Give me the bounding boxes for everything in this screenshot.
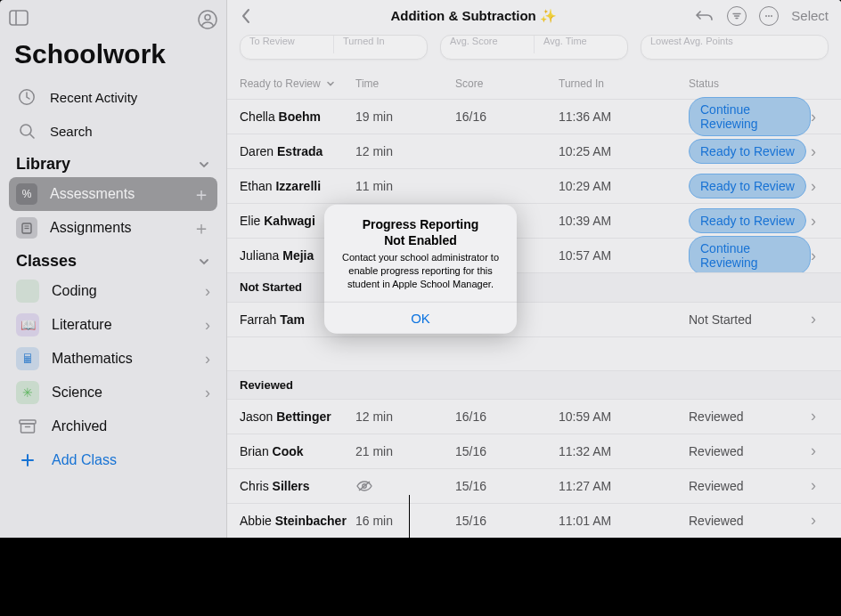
label: Classes: [16, 252, 77, 271]
label: Coding: [52, 283, 97, 299]
chevron-right-icon: ›: [205, 316, 210, 335]
assessments-icon: %: [16, 183, 37, 205]
label: Ready to Review: [240, 77, 321, 90]
table-header: Ready to Review Time Score Turned In Sta…: [227, 72, 841, 99]
column-status[interactable]: Status: [689, 77, 811, 90]
column-ready[interactable]: Ready to Review: [240, 77, 355, 90]
class-icon: 🖩: [16, 347, 39, 370]
page-title: Addition & Subtraction ✨: [265, 8, 682, 24]
library-item-assessments[interactable]: % Assessments ＋: [9, 177, 217, 211]
status-pill[interactable]: Ready to Review: [689, 174, 806, 199]
status-text: Reviewed: [689, 409, 811, 424]
undo-button[interactable]: [695, 8, 714, 24]
turned-in-value: 10:39 AM: [559, 214, 689, 228]
callout-line: [409, 495, 410, 593]
plus-icon: [16, 449, 39, 472]
student-row[interactable]: Abbie Steinbacher16 min15/1611:01 AMRevi…: [227, 503, 841, 538]
status-pill[interactable]: Ready to Review: [689, 208, 806, 233]
student-row[interactable]: Juliana Mejia10:57 AMContinue Reviewing›: [227, 238, 841, 272]
class-icon: [16, 280, 39, 303]
student-row[interactable]: Ethan Izzarelli11 min10:29 AMReady to Re…: [227, 168, 841, 203]
sidebar-item-class[interactable]: 🖩Mathematics›: [9, 342, 217, 376]
column-time[interactable]: Time: [355, 77, 455, 90]
sidebar-item-class[interactable]: 📖Literature›: [9, 308, 217, 342]
chevron-right-icon: ›: [811, 212, 829, 231]
sidebar-item-add-class[interactable]: Add Class: [9, 443, 217, 477]
account-icon[interactable]: [198, 10, 217, 29]
time-value: 21 min: [355, 444, 455, 458]
label: Add Class: [52, 452, 117, 468]
chevron-right-icon: ›: [811, 142, 829, 161]
clock-icon: [16, 88, 37, 106]
turned-in-value: 11:36 AM: [559, 109, 689, 124]
label: Science: [52, 385, 102, 401]
svg-point-5: [20, 125, 31, 135]
column-score[interactable]: Score: [455, 77, 559, 90]
alert-dialog: Progress ReportingNot Enabled Contact yo…: [324, 205, 517, 334]
label: Library: [16, 155, 70, 174]
student-row[interactable]: Farrah TamNot Started›: [227, 302, 841, 336]
label: Mathematics: [52, 351, 133, 367]
chevron-down-icon: [198, 255, 210, 268]
filter-button[interactable]: [727, 6, 747, 26]
sidebar-toggle-icon[interactable]: [9, 10, 29, 29]
section-classes[interactable]: Classes: [9, 245, 217, 274]
chevron-right-icon: ›: [811, 108, 829, 126]
class-icon: ✳: [16, 381, 39, 404]
svg-line-6: [30, 134, 34, 138]
score-value: 15/16: [455, 514, 559, 528]
section-reviewed: Reviewed: [227, 370, 841, 399]
svg-point-3: [205, 15, 210, 20]
sidebar-item-search[interactable]: Search: [9, 114, 217, 148]
column-turned-in[interactable]: Turned In: [559, 77, 689, 90]
sidebar-item-class[interactable]: ✳Science›: [9, 376, 217, 409]
score-value: 15/16: [455, 444, 559, 458]
student-row[interactable]: Chris Sillers15/1611:27 AMReviewed›: [227, 468, 841, 503]
class-icon: 📖: [16, 313, 39, 336]
label: Assessments: [50, 186, 135, 202]
add-icon[interactable]: ＋: [192, 182, 210, 207]
chevron-right-icon: ›: [811, 407, 829, 426]
summary-cards: To Review Turned In Avg. Score Avg. Time…: [227, 31, 841, 72]
svg-point-18: [765, 15, 767, 17]
turned-in-value: 11:01 AM: [559, 514, 689, 528]
time-value: 16 min: [355, 514, 455, 528]
student-row[interactable]: Jason Bettinger12 min16/1610:59 AMReview…: [227, 399, 841, 434]
chevron-right-icon: ›: [811, 247, 829, 265]
select-button[interactable]: Select: [791, 8, 829, 23]
score-value: 16/16: [455, 109, 559, 124]
dialog-ok-button[interactable]: OK: [324, 301, 517, 333]
section-library[interactable]: Library: [9, 148, 217, 177]
score-value: 16/16: [455, 409, 559, 424]
sidebar-item-recent[interactable]: Recent Activity: [9, 80, 217, 114]
more-button[interactable]: [759, 6, 779, 26]
toolbar: Addition & Subtraction ✨ Select: [227, 0, 841, 31]
student-row[interactable]: Chella Boehm19 min16/1611:36 AMContinue …: [227, 99, 841, 134]
status-pill[interactable]: Continue Reviewing: [689, 97, 811, 136]
status-pill[interactable]: Ready to Review: [689, 139, 806, 164]
library-item-assignments[interactable]: Assignments ＋: [9, 211, 217, 245]
sidebar-item-class[interactable]: Coding›: [9, 274, 217, 308]
back-button[interactable]: [240, 7, 252, 25]
turned-in-value: 10:25 AM: [559, 144, 689, 158]
student-row[interactable]: Brian Cook21 min15/1611:32 AMReviewed›: [227, 434, 841, 468]
turned-in-value: 10:59 AM: [559, 409, 689, 424]
label: Literature: [52, 317, 112, 333]
svg-point-20: [771, 15, 772, 17]
student-row[interactable]: Daren Estrada12 min10:25 AMReady to Revi…: [227, 134, 841, 168]
archive-icon: [16, 415, 39, 438]
status-text: Reviewed: [689, 444, 811, 458]
label: Avg. Score: [441, 36, 534, 46]
time-value: 11 min: [355, 179, 455, 193]
svg-point-19: [768, 15, 770, 17]
student-row[interactable]: Elie Kahwagi10:39 AMReady to Review›: [227, 203, 841, 238]
status-pill[interactable]: Continue Reviewing: [689, 236, 811, 275]
label: Recent Activity: [50, 90, 137, 105]
sidebar-item-archived[interactable]: Archived: [9, 409, 217, 443]
time-value: 12 min: [355, 409, 455, 424]
app-title: Schoolwork: [9, 34, 217, 80]
chevron-right-icon: ›: [811, 442, 829, 460]
label: Lowest Avg. Points: [641, 36, 828, 46]
add-icon[interactable]: ＋: [192, 216, 210, 240]
time-value: 19 min: [355, 109, 455, 124]
